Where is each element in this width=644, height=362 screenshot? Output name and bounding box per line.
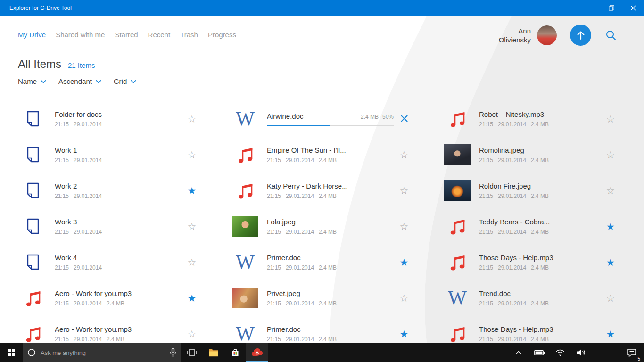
sort-order-label: Ascendant (58, 77, 92, 85)
star-icon[interactable]: ★ (600, 222, 621, 231)
file-item[interactable]: WPrimer.doc21:1529.01.20142.4 MB★ (230, 316, 442, 343)
start-button[interactable] (0, 343, 23, 362)
file-item[interactable]: Those Days - Help.mp321:1529.01.20142.4 … (442, 316, 644, 343)
file-item[interactable]: Aero - Work for you.mp321:1529.01.20142.… (18, 280, 230, 316)
star-icon[interactable]: ☆ (394, 150, 414, 160)
file-item[interactable]: Katy Perry - Dark Horse...21:1529.01.201… (230, 173, 442, 208)
file-item[interactable]: Work 421:1529.01.2014☆ (18, 244, 230, 280)
file-explorer-button[interactable] (203, 343, 224, 362)
file-item[interactable]: Work 121:1529.01.2014☆ (18, 137, 230, 173)
tab-starred[interactable]: Starred (115, 31, 138, 39)
tab-trash[interactable]: Trash (180, 31, 198, 39)
file-item[interactable]: Robot – Nitesky.mp321:1529.01.20142.4 MB… (442, 101, 644, 137)
view-mode-dropdown[interactable]: Grid (114, 77, 136, 85)
document-icon (18, 147, 48, 163)
star-icon[interactable]: ☆ (600, 150, 621, 160)
star-icon[interactable]: ☆ (182, 329, 202, 339)
star-icon[interactable]: ☆ (600, 186, 621, 196)
file-meta: 21:1529.01.20142.4 MB (267, 193, 394, 199)
file-meta: 21:1529.01.20142.4 MB (479, 121, 600, 128)
file-item[interactable]: WPrimer.doc21:1529.01.20142.4 MB★ (230, 244, 442, 280)
file-title: Those Days - Help.mp3 (479, 254, 600, 262)
file-item[interactable]: Lola.jpeg21:1529.01.20142.4 MB☆ (230, 208, 442, 244)
word-doc-icon: W (230, 324, 260, 343)
search-placeholder: Ask me anything (41, 349, 86, 356)
star-icon[interactable]: ☆ (394, 186, 414, 196)
search-button[interactable] (604, 29, 618, 42)
file-meta: 21:1529.01.2014 (55, 157, 182, 164)
file-item[interactable]: Aero - Work for you.mp321:1529.01.20142.… (18, 316, 230, 343)
music-note-icon (442, 110, 472, 128)
file-item[interactable]: Roldon Fire.jpeg21:1529.01.20142.4 MB☆ (442, 173, 644, 208)
document-icon (18, 254, 48, 270)
star-icon[interactable]: ☆ (600, 114, 621, 124)
star-icon[interactable]: ☆ (182, 257, 202, 267)
cortana-search[interactable]: Ask me anything (23, 343, 181, 362)
file-text: Privet.jpeg21:1529.01.20142.4 MB (267, 289, 394, 307)
restore-button[interactable] (601, 0, 622, 16)
microphone-icon[interactable] (170, 348, 176, 357)
file-meta: 21:1529.01.2014 (55, 229, 182, 235)
word-doc-icon: W (230, 252, 260, 272)
cortana-icon (27, 348, 36, 357)
file-item[interactable]: Those Days - Help.mp321:1529.01.20142.4 … (442, 244, 644, 280)
star-icon[interactable]: ☆ (600, 293, 621, 303)
user-cluster: Ann Oliviensky (499, 25, 618, 46)
file-item[interactable]: Folder for docs21:1529.01.2014☆ (18, 101, 230, 137)
file-item[interactable]: WTrend.doc21:1529.01.20142.4 MB☆ (442, 280, 644, 316)
file-title: Primer.doc (267, 254, 394, 262)
show-hidden-icons-button[interactable] (512, 343, 525, 362)
battery-icon[interactable] (533, 343, 546, 362)
file-item[interactable]: WAirwine.doc2.4 MB50% (230, 101, 442, 137)
tab-progress[interactable]: Progress (208, 31, 236, 39)
star-icon[interactable]: ★ (182, 293, 202, 303)
upload-button[interactable] (570, 25, 591, 46)
file-item[interactable]: Work 321:1529.01.2014☆ (18, 208, 230, 244)
file-meta: 21:1529.01.20142.4 MB (479, 336, 600, 343)
cancel-upload-icon[interactable] (394, 114, 414, 124)
gdrive-app-button[interactable] (246, 343, 268, 362)
upload-arrow-icon (576, 30, 586, 41)
file-item[interactable]: Work 221:1529.01.2014★ (18, 173, 230, 208)
star-icon[interactable]: ★ (182, 186, 202, 196)
file-text: Primer.doc21:1529.01.20142.4 MB (267, 254, 394, 271)
action-center-button[interactable]: 5 (622, 343, 641, 362)
star-icon[interactable]: ★ (600, 257, 621, 267)
content-area: My Drive Shared with me Starred Recent T… (0, 16, 644, 343)
upload-progress-label: 2.4 MB50% (357, 114, 394, 120)
file-meta: 21:1529.01.20142.4 MB (479, 300, 600, 307)
tab-my-drive[interactable]: My Drive (18, 31, 46, 39)
star-icon[interactable]: ☆ (182, 114, 202, 124)
minimize-button[interactable] (579, 0, 601, 16)
file-item[interactable]: Teddy Bears - Cobra...21:1529.01.20142.4… (442, 208, 644, 244)
file-item[interactable]: Romolina.jpeg21:1529.01.20142.4 MB☆ (442, 137, 644, 173)
volume-icon[interactable] (574, 343, 587, 362)
star-icon[interactable]: ☆ (394, 293, 414, 303)
user-name[interactable]: Ann Oliviensky (499, 26, 531, 44)
close-button[interactable] (622, 0, 644, 16)
star-icon[interactable]: ★ (600, 329, 621, 339)
file-title: Those Days - Help.mp3 (479, 325, 600, 333)
close-icon (630, 5, 636, 11)
star-icon[interactable]: ☆ (182, 222, 202, 231)
star-icon[interactable]: ☆ (394, 222, 414, 231)
sort-by-dropdown[interactable]: Name (18, 77, 46, 85)
tab-recent[interactable]: Recent (148, 31, 171, 39)
file-item[interactable]: Privet.jpeg21:1529.01.20142.4 MB☆ (230, 280, 442, 316)
tab-shared-with-me[interactable]: Shared with me (56, 31, 105, 39)
file-title: Folder for docs (55, 110, 182, 118)
user-avatar[interactable] (537, 25, 557, 45)
store-button[interactable] (224, 343, 246, 362)
star-icon[interactable]: ★ (394, 329, 414, 339)
file-text: Roldon Fire.jpeg21:1529.01.20142.4 MB (479, 182, 600, 199)
star-icon[interactable]: ☆ (182, 150, 202, 160)
network-icon[interactable] (553, 343, 567, 362)
star-icon[interactable]: ★ (394, 257, 414, 267)
file-item[interactable]: Empire Of The Sun - I'll...21:1529.01.20… (230, 137, 442, 173)
task-view-button[interactable] (181, 343, 203, 362)
file-title: Teddy Bears - Cobra... (479, 218, 600, 226)
page-title: All Items (18, 58, 61, 71)
file-title: Trend.doc (479, 289, 600, 297)
file-text: Lola.jpeg21:1529.01.20142.4 MB (267, 218, 394, 235)
sort-order-dropdown[interactable]: Ascendant (58, 77, 101, 85)
